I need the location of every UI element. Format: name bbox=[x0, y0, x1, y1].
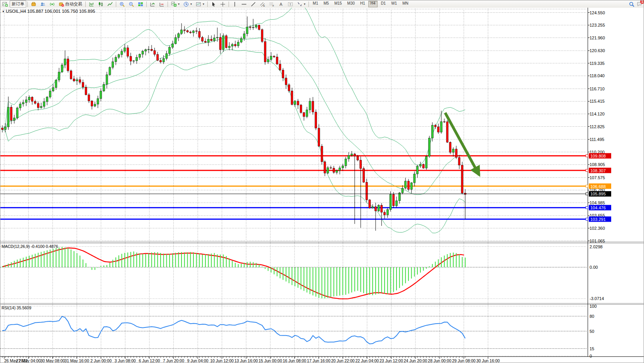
toolbar-separator bbox=[308, 2, 309, 7]
autotrading-button[interactable]: 自动交易 bbox=[57, 0, 84, 8]
templates-icon bbox=[196, 2, 201, 7]
new-chart-button[interactable] bbox=[0, 0, 10, 8]
indicators-button[interactable]: ▾ bbox=[169, 0, 181, 8]
zoom-out-button[interactable] bbox=[127, 0, 136, 8]
new-order-button[interactable]: 新订单 bbox=[10, 0, 26, 8]
timeframe-toolbar: M1M5M15M30H1H4D1W1MN bbox=[310, 1, 411, 7]
cursor-tool-button[interactable] bbox=[209, 0, 218, 8]
signals-button[interactable] bbox=[47, 0, 57, 8]
bars-icon bbox=[89, 2, 94, 7]
timeframe-button-h1[interactable]: H1 bbox=[358, 1, 368, 7]
cursor-icon bbox=[211, 2, 216, 7]
svg-text:112.825: 112.825 bbox=[590, 124, 605, 129]
trendline-tool-button[interactable] bbox=[249, 0, 258, 8]
label-tool-button[interactable]: T bbox=[286, 0, 295, 8]
svg-text:2 Jun 00:00: 2 Jun 00:00 bbox=[90, 358, 112, 363]
svg-text:-3.0714: -3.0714 bbox=[590, 296, 604, 301]
svg-text:120.630: 120.630 bbox=[590, 48, 605, 53]
chart-shift-button[interactable] bbox=[157, 0, 166, 8]
svg-text:102.360: 102.360 bbox=[590, 226, 605, 231]
vline-tool-button[interactable] bbox=[230, 0, 239, 8]
timeframe-button-m15[interactable]: M15 bbox=[332, 1, 344, 7]
indicators-icon bbox=[171, 2, 176, 7]
timeframe-button-w1[interactable]: W1 bbox=[389, 1, 399, 7]
dropdown-caret: ▾ bbox=[190, 2, 192, 6]
metaeditor-button[interactable] bbox=[29, 0, 38, 8]
hline-icon bbox=[241, 2, 247, 7]
dropdown-caret: ▾ bbox=[304, 2, 305, 6]
autotrade-icon bbox=[59, 2, 64, 7]
zoom-in-icon bbox=[119, 2, 125, 7]
periods-button[interactable]: ▾ bbox=[181, 0, 194, 8]
new-order-label: 新订单 bbox=[12, 1, 24, 7]
timeframe-button-d1[interactable]: D1 bbox=[378, 1, 388, 7]
svg-text:23 Jun 12:00: 23 Jun 12:00 bbox=[380, 358, 403, 363]
periods-icon bbox=[183, 2, 189, 7]
chart-window: ▼USOIL,H4 105.887 106.001 105.750 105.89… bbox=[0, 8, 644, 363]
auto-scroll-button[interactable] bbox=[148, 0, 157, 8]
shapes-tool-button[interactable]: ▾ bbox=[295, 0, 307, 8]
svg-text:MACD(12,26,9) -0.4100 0.4876: MACD(12,26,9) -0.4100 0.4876 bbox=[2, 244, 58, 249]
svg-text:10 Jun 12:00: 10 Jun 12:00 bbox=[210, 358, 234, 363]
svg-text:104.476: 104.476 bbox=[590, 205, 606, 210]
svg-text:RSI(14) 35.5609: RSI(14) 35.5609 bbox=[2, 305, 31, 310]
tile-windows-button[interactable] bbox=[136, 0, 145, 8]
svg-text:30 May 08:00: 30 May 08:00 bbox=[40, 358, 65, 363]
svg-text:121.960: 121.960 bbox=[590, 36, 605, 40]
chart-title: ▼USOIL,H4 105.887 106.001 105.750 105.89… bbox=[2, 9, 95, 14]
timeframe-button-m5[interactable]: M5 bbox=[321, 1, 331, 7]
crosshair-tool-button[interactable] bbox=[218, 0, 227, 8]
trading-terminal-window: 新订单 自动交易 ▾ ▾ ▾ bbox=[0, 0, 644, 363]
svg-text:15 Jun 00:00: 15 Jun 00:00 bbox=[259, 358, 282, 363]
svg-text:15: 15 bbox=[590, 346, 594, 351]
toolbar-separator bbox=[168, 2, 168, 7]
svg-text:31 May 16:00: 31 May 16:00 bbox=[64, 358, 89, 363]
timeframe-button-m1[interactable]: M1 bbox=[310, 1, 320, 7]
svg-text:0.00: 0.00 bbox=[590, 265, 598, 270]
search-icon[interactable] bbox=[629, 2, 634, 7]
timeframe-button-h4[interactable]: H4 bbox=[368, 1, 378, 7]
notifications-button[interactable]: 1 bbox=[637, 1, 642, 7]
svg-text:108.307: 108.307 bbox=[590, 168, 606, 173]
community-button[interactable] bbox=[38, 0, 47, 8]
templates-button[interactable]: ▾ bbox=[194, 0, 206, 8]
price-chart-canvas[interactable]: ▼USOIL,H4 105.887 106.001 105.750 105.89… bbox=[0, 8, 644, 363]
toolbar-separator bbox=[229, 2, 229, 7]
channel-icon: E bbox=[260, 2, 265, 7]
svg-text:7 Jun 20:00: 7 Jun 20:00 bbox=[163, 358, 184, 363]
svg-text:▼: ▼ bbox=[2, 10, 5, 13]
community-icon bbox=[40, 2, 46, 7]
svg-text:29 Jun 08:00: 29 Jun 08:00 bbox=[452, 358, 476, 363]
signal-icon bbox=[49, 2, 55, 7]
fibo-icon: F bbox=[269, 2, 275, 7]
svg-text:111.495: 111.495 bbox=[590, 137, 604, 142]
hline-tool-button[interactable] bbox=[239, 0, 249, 8]
svg-text:17 Jun 16:00: 17 Jun 16:00 bbox=[307, 358, 330, 363]
channel-tool-button[interactable]: E bbox=[258, 0, 267, 8]
candles-chart-button[interactable] bbox=[96, 0, 105, 8]
svg-text:114.120: 114.120 bbox=[590, 112, 605, 116]
dropdown-caret: ▾ bbox=[203, 2, 204, 6]
svg-text:6 Jun 12:00: 6 Jun 12:00 bbox=[139, 358, 160, 363]
zoom-out-icon bbox=[129, 2, 134, 7]
line-chart-button[interactable] bbox=[105, 0, 115, 8]
bars-chart-button[interactable] bbox=[87, 0, 96, 8]
svg-text:107.575: 107.575 bbox=[590, 175, 605, 180]
zoom-in-button[interactable] bbox=[117, 0, 127, 8]
fibonacci-tool-button[interactable]: F bbox=[267, 0, 276, 8]
text-tool-button[interactable]: A bbox=[276, 0, 286, 8]
timeframe-button-mn[interactable]: MN bbox=[400, 1, 411, 7]
vline-icon bbox=[232, 2, 237, 7]
dropdown-caret: ▾ bbox=[178, 2, 180, 6]
timeframe-button-m30[interactable]: M30 bbox=[345, 1, 357, 7]
text-icon: A bbox=[278, 2, 284, 7]
editor-icon bbox=[31, 2, 36, 7]
autotrading-label: 自动交易 bbox=[65, 1, 82, 7]
svg-text:T: T bbox=[290, 3, 291, 6]
tile-windows-icon bbox=[138, 2, 143, 7]
svg-text:115.415: 115.415 bbox=[590, 99, 605, 103]
candles-icon bbox=[98, 2, 103, 7]
svg-text:27 May 04:00: 27 May 04:00 bbox=[16, 358, 41, 363]
svg-text:13 Jun 16:00: 13 Jun 16:00 bbox=[234, 358, 258, 363]
svg-text:108.905: 108.905 bbox=[590, 162, 605, 167]
